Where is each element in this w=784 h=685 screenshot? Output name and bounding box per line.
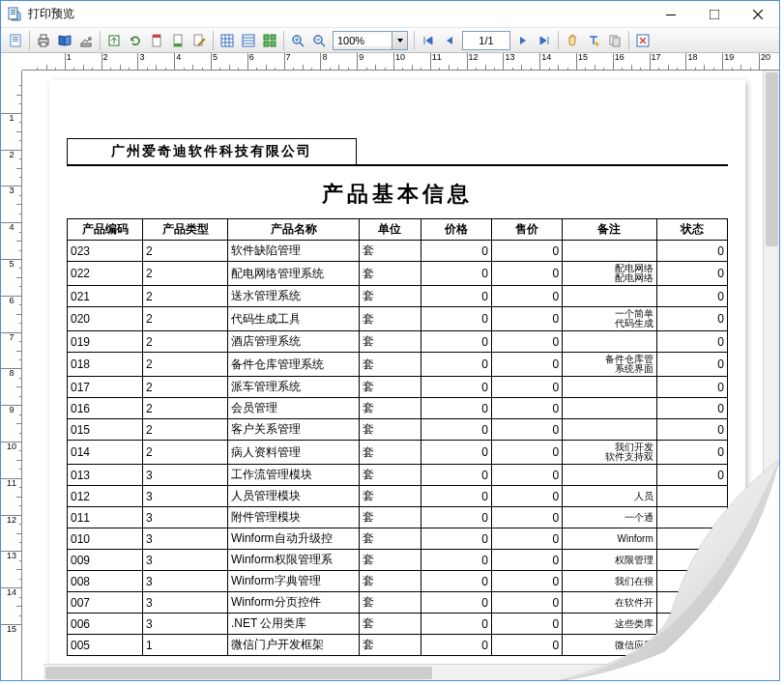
cell: 2: [143, 377, 228, 398]
prev-page-icon[interactable]: [439, 30, 460, 51]
cell: 0: [421, 486, 491, 507]
cell: 0: [421, 571, 491, 592]
svg-rect-14: [81, 43, 91, 46]
preview-canvas[interactable]: 广州爱奇迪软件科技有限公司 产品基本信息 产品编码产品类型产品名称单位价格售价备…: [22, 71, 779, 680]
cell: 016: [68, 398, 143, 419]
export-up-icon[interactable]: [103, 30, 125, 51]
print-icon[interactable]: [33, 30, 54, 51]
page-green-icon[interactable]: [167, 30, 189, 51]
document-title: 产品基本信息: [49, 180, 745, 209]
scrollbar-thumb[interactable]: [45, 667, 432, 679]
data-table: 产品编码产品类型产品名称单位价格售价备注状态 0232软件缺陷管理套000022…: [67, 218, 728, 656]
last-page-icon[interactable]: [534, 30, 555, 51]
minimize-button[interactable]: [649, 1, 692, 28]
cell: 2: [143, 241, 228, 262]
cell: 0: [421, 377, 491, 398]
zoom-dropdown-icon[interactable]: [392, 32, 407, 49]
cell: 0: [491, 307, 562, 331]
cell: 客户关系管理: [227, 419, 359, 441]
table-row: 0142病人资料管理套00我们开发软件支持双0: [68, 441, 728, 465]
cell: 0: [491, 528, 562, 550]
cell: 软件缺陷管理: [227, 241, 359, 262]
cell: 3: [143, 571, 228, 592]
cell: 0: [421, 635, 491, 656]
svg-rect-1: [11, 10, 15, 11]
cell: 套: [360, 419, 421, 441]
zoom-input[interactable]: [334, 35, 392, 46]
page-red-icon[interactable]: [146, 30, 167, 51]
edit-page-icon[interactable]: [189, 30, 210, 51]
table-row: 0051微信门户开发框架套00微信应用: [68, 635, 728, 656]
cell: [656, 486, 727, 507]
svg-rect-5: [710, 10, 719, 19]
close-preview-icon[interactable]: [632, 30, 653, 51]
svg-rect-24: [271, 35, 276, 40]
copy-icon[interactable]: [604, 30, 625, 51]
cell: 0: [656, 465, 727, 486]
cell: 套: [360, 571, 421, 592]
thumbnail-icon[interactable]: [259, 30, 280, 51]
close-button[interactable]: [736, 1, 779, 28]
cell: [656, 507, 727, 528]
cell: Winform分页控件: [227, 592, 359, 614]
vertical-ruler: 123456789101112131415: [1, 71, 22, 680]
cell: [563, 398, 657, 419]
cell: 011: [68, 507, 143, 528]
cell: 套: [360, 286, 421, 307]
vertical-scrollbar[interactable]: [763, 71, 779, 680]
grid-icon[interactable]: [217, 30, 238, 51]
cell: 0: [491, 635, 562, 656]
next-page-icon[interactable]: [512, 30, 534, 51]
cell: 一个通: [563, 507, 657, 528]
column-header: 产品类型: [143, 219, 228, 241]
cell: Winform: [563, 528, 657, 550]
cell: 2: [143, 262, 228, 286]
svg-rect-30: [613, 38, 620, 46]
cell: [656, 550, 727, 571]
column-header: 产品名称: [227, 219, 359, 241]
table-row: 0113附件管理模块套00一个通: [68, 507, 728, 528]
cell: 009: [68, 550, 143, 571]
table-row: 0073Winform分页控件套00在软件开: [68, 592, 728, 614]
cell: 021: [68, 286, 143, 307]
zoom-in-icon[interactable]: [287, 30, 308, 51]
svg-rect-7: [13, 37, 18, 38]
cell: 0: [491, 507, 562, 528]
cell: 套: [360, 241, 421, 262]
cell: 权限管理: [563, 550, 657, 571]
page-indicator[interactable]: 1/1: [462, 31, 510, 50]
cell: 0: [421, 241, 491, 262]
cell: 0: [656, 398, 727, 419]
cell: 2: [143, 307, 228, 331]
cell: Winform字典管理: [227, 571, 359, 592]
refresh-icon[interactable]: [125, 30, 146, 51]
list-icon[interactable]: [238, 30, 259, 51]
document-icon[interactable]: [5, 30, 26, 51]
zoom-combo[interactable]: [333, 31, 408, 50]
cell: [656, 614, 727, 635]
svg-rect-9: [13, 41, 18, 42]
scrollbar-thumb[interactable]: [766, 72, 778, 246]
cell: 0: [421, 419, 491, 441]
horizontal-ruler: 1234567891011121314151617181920: [22, 53, 779, 71]
cell: 附件管理模块: [227, 507, 359, 528]
cell: 套: [360, 398, 421, 419]
text-select-icon[interactable]: [583, 30, 604, 51]
window-title: 打印预览: [28, 6, 74, 22]
cell: 0: [491, 241, 562, 262]
svg-rect-12: [41, 43, 46, 46]
maximize-button[interactable]: [692, 1, 736, 28]
cell: 0: [491, 486, 562, 507]
settings-icon[interactable]: [75, 30, 97, 51]
cell: 我们开发软件支持双: [563, 441, 657, 465]
open-book-icon[interactable]: [54, 30, 75, 51]
zoom-out-icon[interactable]: [308, 30, 330, 51]
cell: 008: [68, 571, 143, 592]
cell: 一个简单代码生成: [563, 307, 657, 331]
cell: 套: [360, 465, 421, 486]
horizontal-scrollbar[interactable]: [44, 664, 763, 680]
first-page-icon[interactable]: [418, 30, 439, 51]
app-icon: [7, 7, 22, 22]
cell: 2: [143, 441, 228, 465]
hand-tool-icon[interactable]: [562, 30, 583, 51]
